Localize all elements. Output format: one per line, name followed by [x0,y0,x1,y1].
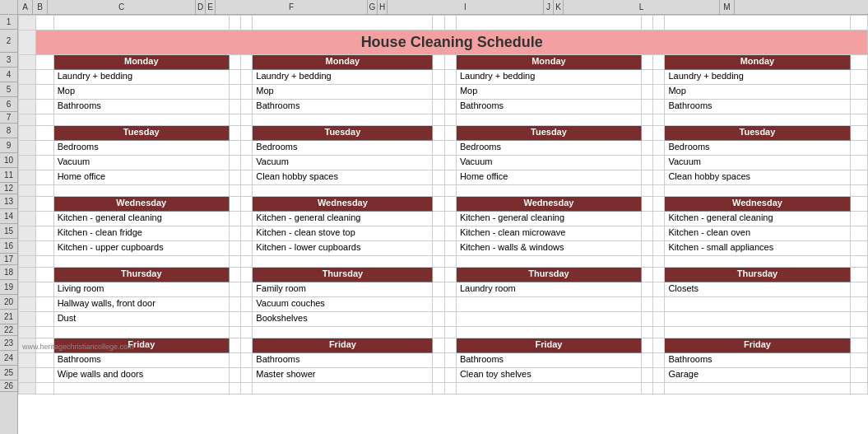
cell-20h [444,297,456,312]
cell-16a [19,241,36,256]
cell-22l [665,327,850,338]
cell-1c [53,16,229,30]
row-9: Bedrooms Bedrooms Bedrooms Bedrooms [19,141,868,156]
row-5: Mop Mop Mop Mop [19,85,868,100]
row-num-26: 26 [0,380,17,392]
row-24: Bathrooms Bathrooms Bathrooms Bathrooms [19,353,868,368]
cell-10f: Vacuum [253,156,433,170]
spreadsheet: A B C D E F G H I J K L M 1 2 3 4 5 6 7 … [0,0,868,434]
cell-15h [444,226,456,241]
row-num-22: 22 [0,324,17,336]
row-num-24: 24 [0,351,17,366]
cell-22m [850,327,867,338]
cell-5k [653,85,665,100]
cell-7e [241,114,253,126]
cell-11f: Clean hobby spaces [253,170,433,185]
day-header-col2-row13: Wednesday [253,197,433,212]
day-header-col2-row23: Friday [253,338,433,353]
cell-1j [642,16,653,30]
row-4: Laundry + bedding Laundry + bedding Laun… [19,70,868,85]
cell-23m [850,338,867,353]
cell-20d [229,297,240,312]
cell-18a [19,268,36,282]
main-table: House Cleaning Schedule Monday Monday Mo… [18,15,868,394]
grid-content: House Cleaning Schedule Monday Monday Mo… [18,15,868,434]
col-header-j: J [544,0,554,14]
cell-4d [229,70,240,85]
col-header-i: I [388,0,544,14]
day-header-col1-row8: Tuesday [53,126,229,141]
row-23-friday: www.heritagechristiancollege.com Friday … [19,338,868,353]
cell-18b [36,268,53,282]
cell-26g [433,383,444,394]
cell-4j [642,70,653,85]
cell-24g [433,353,444,368]
cell-1l [665,16,850,30]
cell-24f: Bathrooms [253,353,433,368]
cell-12g [433,185,444,197]
row-22 [19,327,868,338]
cell-26h [444,383,456,394]
cell-19d [229,282,240,297]
cell-21e [241,312,253,327]
cell-1f [253,16,433,30]
cell-12d [229,185,240,197]
row-num-14: 14 [0,209,17,224]
cell-14d [229,212,240,226]
cell-26m [850,383,867,394]
day-header-col3-row18: Thursday [456,268,641,282]
spreadsheet-body: 1 2 3 4 5 6 7 8 9 10 11 12 13 14 15 16 1… [0,15,868,434]
row-num-6: 6 [0,97,17,112]
cell-19k [653,282,665,297]
cell-25e [241,368,253,383]
row-14: Kitchen - general cleaning Kitchen - gen… [19,212,868,226]
row-16: Kitchen - upper cupboards Kitchen - lowe… [19,241,868,256]
cell-6b [36,100,53,114]
cell-12b [36,185,53,197]
cell-21b [36,312,53,327]
cell-26c [53,383,229,394]
cell-1a [19,16,36,30]
cell-15j [642,226,653,241]
cell-3d [229,55,240,70]
cell-25l: Garage [665,368,850,383]
cell-3b [36,55,53,70]
cell-18m [850,268,867,282]
cell-22c [53,327,229,338]
day-header-col4-row3: Monday [665,55,850,70]
cell-4k [653,70,665,85]
cell-5f: Mop [253,85,433,100]
day-header-col4-row23: Friday [665,338,850,353]
cell-13k [653,197,665,212]
cell-20a [19,297,36,312]
cell-11e [241,170,253,185]
cell-16b [36,241,53,256]
cell-25h [444,368,456,383]
cell-13g [433,197,444,212]
cell-12m [850,185,867,197]
cell-11k [653,170,665,185]
cell-1i [456,16,641,30]
cell-9l: Bedrooms [665,141,850,156]
cell-12i [456,185,641,197]
cell-19e [241,282,253,297]
row-num-18: 18 [0,265,17,280]
row-3-monday: Monday Monday Monday Monday [19,55,868,70]
cell-17m [850,256,867,268]
cell-9d [229,141,240,156]
row-num-21: 21 [0,310,17,324]
cell-7a [19,114,36,126]
cell-20e [241,297,253,312]
cell-8e [241,126,253,141]
cell-24m [850,353,867,368]
cell-1h [444,16,456,30]
cell-9j [642,141,653,156]
cell-14a [19,212,36,226]
cell-22e [241,327,253,338]
cell-19j [642,282,653,297]
cell-18e [241,268,253,282]
cell-19i: Laundry room [456,282,641,297]
title-cell: House Cleaning Schedule [36,30,868,55]
cell-25g [433,368,444,383]
cell-10h [444,156,456,170]
